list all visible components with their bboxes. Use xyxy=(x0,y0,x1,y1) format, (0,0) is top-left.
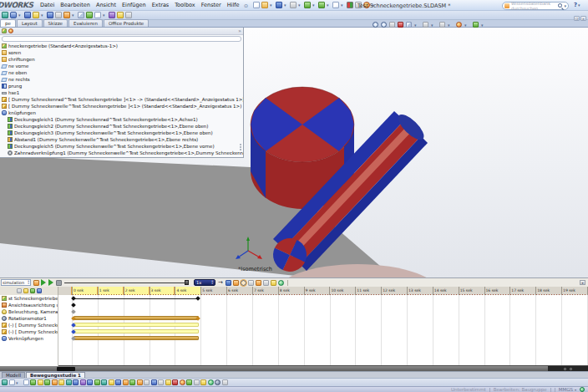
timeline-lanes[interactable] xyxy=(58,295,588,366)
motion-tree-item[interactable]: Beleuchtung, Kameras und Büh xyxy=(0,308,58,315)
open-folder-icon[interactable] xyxy=(261,2,268,8)
tree-item[interactable]: [ Dummy Schneckenwelle^Test Schneckenget… xyxy=(0,103,243,109)
document-tab[interactable]: Modell xyxy=(2,372,25,378)
force-icon[interactable] xyxy=(263,280,269,286)
caret-icon[interactable] xyxy=(41,12,45,18)
save-icon[interactable] xyxy=(276,2,282,8)
collapse-toolbar-icon[interactable] xyxy=(125,12,132,18)
tree-item[interactable]: ne rechts xyxy=(0,76,243,83)
tags-icon[interactable] xyxy=(580,387,585,392)
restore-window-icon[interactable]: ❐ xyxy=(574,16,580,21)
caret-icon[interactable] xyxy=(270,2,274,8)
contact-icon[interactable] xyxy=(271,280,276,286)
filter-no-icon[interactable] xyxy=(17,288,22,293)
sketch-icon[interactable] xyxy=(30,379,36,385)
menu-item[interactable]: Datei xyxy=(37,2,57,8)
appearances-icon[interactable] xyxy=(456,22,462,28)
tree-item[interactable]: hneckengetriebe (Standard<Anzeigestatus-… xyxy=(0,43,243,49)
tree-item[interactable]: ne vorne xyxy=(0,63,243,69)
assembly-features-icon[interactable] xyxy=(63,12,70,18)
stop-icon[interactable] xyxy=(56,280,62,286)
playback-mode-icon[interactable]: → xyxy=(218,279,223,286)
command-tab[interactable]: Layout xyxy=(17,19,43,27)
chevron-down-icon[interactable]: ▾ xyxy=(564,3,566,8)
mates-duration-bar[interactable] xyxy=(74,336,199,340)
tree-item[interactable]: Deckungsgleich3 (Dummy Schneckenwelle^Te… xyxy=(0,130,243,136)
key-diamond[interactable] xyxy=(71,309,76,314)
scene-icon[interactable] xyxy=(473,22,479,28)
filter-animated-icon[interactable] xyxy=(23,288,28,293)
document-tab[interactable]: Bewegungsstudie 1 xyxy=(26,372,85,378)
tree-item[interactable]: ne oben xyxy=(0,69,243,76)
caret-icon[interactable] xyxy=(298,2,302,8)
polygon-icon[interactable] xyxy=(73,379,79,385)
save-animation-icon[interactable] xyxy=(226,280,231,286)
component-change-bar[interactable] xyxy=(74,323,199,327)
menu-item[interactable]: Ansicht xyxy=(94,2,119,8)
menu-item[interactable]: Extras xyxy=(149,2,172,8)
timeline-slider[interactable] xyxy=(64,279,191,286)
caret-icon[interactable] xyxy=(448,22,454,28)
show-hidden-components-icon[interactable] xyxy=(55,12,62,18)
collapse-motionmanager-icon[interactable]: ▾ xyxy=(580,280,585,285)
tree-item[interactable]: Deckungsgleich1 (Dummy Schneckenrad^Test… xyxy=(0,116,243,123)
featuremanager-tree-tab-icon[interactable] xyxy=(2,28,7,33)
menu-item[interactable]: Einfügen xyxy=(119,2,150,8)
caret-icon[interactable] xyxy=(431,22,437,28)
caret-icon[interactable] xyxy=(464,22,470,28)
motor-icon[interactable] xyxy=(241,280,246,286)
rectangle-icon[interactable] xyxy=(52,379,58,385)
text-icon[interactable] xyxy=(144,379,150,385)
caret-icon[interactable] xyxy=(327,2,331,8)
caret-icon[interactable] xyxy=(284,2,288,8)
knowledge-search-input[interactable]: Wissensdatenbank durchsuchen ▾ xyxy=(502,2,569,10)
grid-icon[interactable] xyxy=(9,379,15,385)
key-diamond[interactable] xyxy=(195,296,200,301)
key-diamond[interactable] xyxy=(71,303,76,308)
component-pattern-icon[interactable] xyxy=(24,12,31,18)
component-change-bar[interactable] xyxy=(74,329,199,333)
view-orientation-icon[interactable] xyxy=(406,22,412,28)
smart-dimension-icon[interactable] xyxy=(38,379,43,385)
tree-filter-input[interactable] xyxy=(2,36,241,42)
move-component-icon[interactable] xyxy=(47,12,53,18)
print-icon[interactable] xyxy=(290,2,297,8)
caret-icon[interactable] xyxy=(103,12,107,18)
redo-icon[interactable] xyxy=(318,2,325,8)
zoom-fit-icon[interactable] xyxy=(373,22,378,28)
caret-icon[interactable] xyxy=(481,22,487,28)
select-icon[interactable] xyxy=(332,2,339,8)
motor-duration-bar[interactable] xyxy=(74,316,199,320)
section-tool-icon[interactable] xyxy=(172,379,178,385)
tree-item[interactable]: chriftungen xyxy=(0,56,243,63)
offset-icon[interactable] xyxy=(109,379,114,385)
measure-icon[interactable] xyxy=(165,379,171,385)
motion-tree-item[interactable]: Verknüpfungen xyxy=(0,335,58,342)
search-icon[interactable] xyxy=(558,3,562,8)
caret-icon[interactable] xyxy=(72,12,76,18)
exploded-view-icon[interactable] xyxy=(109,12,115,18)
mirror-icon[interactable] xyxy=(115,379,121,385)
instant3d-icon[interactable] xyxy=(117,12,124,18)
damper-icon[interactable] xyxy=(256,280,261,286)
mate-icon[interactable] xyxy=(10,12,17,18)
calculate-icon[interactable] xyxy=(33,280,39,286)
caret-icon[interactable] xyxy=(312,2,317,8)
tree-item[interactable]: Deckungsgleich2 (Dummy Schneckenrad^Test… xyxy=(0,123,243,130)
panel-resize-grip[interactable] xyxy=(240,144,241,150)
spring-icon[interactable] xyxy=(248,280,254,286)
caret-icon[interactable] xyxy=(16,379,22,385)
lighting-icon[interactable] xyxy=(200,379,206,385)
line-icon[interactable] xyxy=(44,379,50,385)
propertymanager-tab-icon[interactable] xyxy=(8,28,13,33)
command-tab[interactable]: Skizze xyxy=(43,19,68,27)
rebuild-icon[interactable] xyxy=(347,2,353,8)
fillet-icon[interactable] xyxy=(129,379,135,385)
filter-driving-icon[interactable] xyxy=(30,288,35,293)
camera-icon[interactable] xyxy=(194,379,200,385)
new-document-icon[interactable] xyxy=(253,2,260,8)
caret-icon[interactable] xyxy=(18,12,23,18)
timeline-ruler[interactable]: 0 sek1 sek2 sek3 sek4 sek5 sek6 sek7 sek… xyxy=(58,287,588,295)
caret-icon[interactable] xyxy=(341,2,345,8)
smart-fasteners-icon[interactable] xyxy=(33,12,39,18)
